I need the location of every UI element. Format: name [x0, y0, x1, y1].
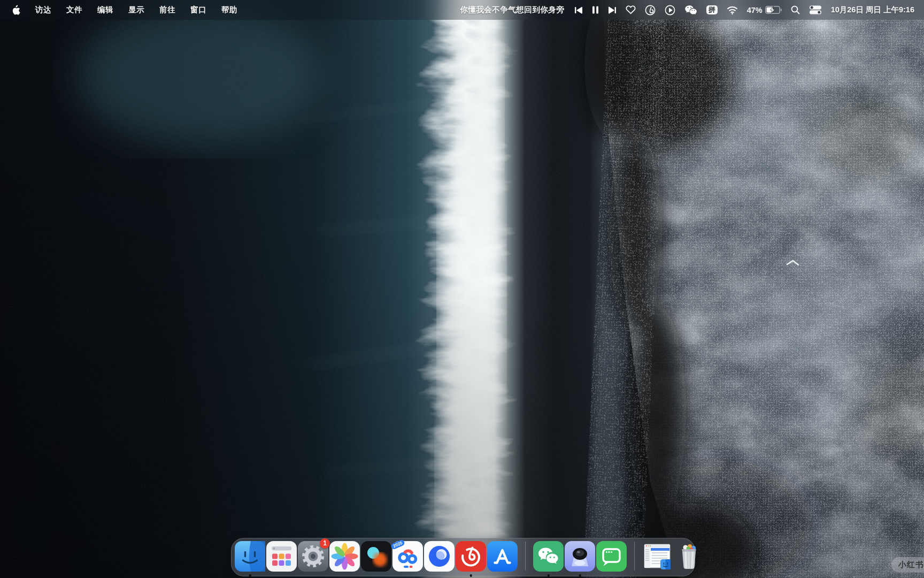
photo-editor-icon: [361, 541, 391, 572]
dock-icon-photos[interactable]: [329, 541, 360, 572]
menu-app-name[interactable]: 访达: [35, 5, 51, 15]
menu-edit[interactable]: 编辑: [97, 5, 113, 15]
battery-status[interactable]: 47%: [747, 6, 782, 14]
dock-icon-photo-editor[interactable]: [361, 541, 391, 572]
watermark-text: 小红书: [898, 560, 924, 569]
input-method-indicator[interactable]: 拼: [706, 5, 718, 14]
minimized-finder-window-thumbnail: [642, 541, 673, 572]
running-indicator: [547, 574, 550, 577]
pause-icon[interactable]: [592, 4, 599, 16]
launchpad-icon: [266, 541, 297, 572]
running-indicator: [249, 574, 251, 577]
menu-bar-clock[interactable]: 10月26日 周日 上午9:16: [831, 5, 914, 15]
quark-browser-icon: [424, 541, 455, 572]
wifi-icon[interactable]: [727, 4, 738, 16]
smart-lens-device-icon: [565, 541, 595, 572]
now-playing-icon[interactable]: [665, 4, 675, 16]
dock-icon-quark-browser[interactable]: [424, 541, 455, 572]
menu-bar-left: 访达 文件 编辑 显示 前往 窗口 帮助: [0, 5, 237, 15]
finder-icon: [235, 541, 265, 572]
menu-bar: 访达 文件 编辑 显示 前往 窗口 帮助 你懂我会不争气想回到你身旁: [0, 0, 924, 20]
wechat-icon: [533, 541, 564, 572]
previous-track-icon[interactable]: [574, 4, 583, 16]
menu-go[interactable]: 前往: [159, 5, 175, 15]
menu-file[interactable]: 文件: [66, 5, 82, 15]
trash-full-icon: [674, 541, 704, 572]
dock: 1: [231, 538, 695, 576]
menu-view[interactable]: 显示: [128, 5, 144, 15]
dock-minimized-finder-window[interactable]: [642, 541, 673, 572]
battery-percent: 47%: [747, 6, 763, 14]
menu-window[interactable]: 窗口: [190, 5, 206, 15]
menu-help[interactable]: 帮助: [221, 5, 237, 15]
dock-icon-launchpad[interactable]: [266, 541, 297, 572]
menu-bar-status: 你懂我会不争气想回到你身旁 拼: [460, 4, 924, 16]
netease-music-icon[interactable]: [645, 4, 656, 16]
dock-icon-green-messages[interactable]: [596, 541, 627, 572]
apple-menu[interactable]: [12, 5, 20, 15]
dock-divider: [634, 542, 635, 571]
notification-badge: 1: [320, 538, 330, 549]
dock-icon-finder[interactable]: [235, 541, 265, 572]
search-icon[interactable]: [791, 4, 800, 16]
running-indicator: [469, 574, 472, 577]
wechat-status-icon[interactable]: [684, 4, 697, 16]
dock-icon-wechat[interactable]: [533, 541, 564, 572]
running-indicator: [579, 574, 581, 577]
dock-icon-baidu-netdisk[interactable]: 2025: [392, 541, 423, 572]
wallpaper-image: [0, 0, 924, 578]
app-store-icon: [487, 541, 518, 572]
dock-icon-system-settings[interactable]: 1: [298, 541, 328, 572]
photos-icon: [329, 541, 360, 572]
control-center-icon[interactable]: [809, 4, 822, 16]
battery-charging-icon: [765, 6, 782, 14]
green-messages-icon: [596, 541, 627, 572]
dock-divider: [525, 542, 526, 571]
finder-badge: [660, 559, 671, 569]
dock-icon-netease-cloud-music[interactable]: [456, 541, 486, 572]
now-playing-title[interactable]: 你懂我会不争气想回到你身旁: [460, 5, 564, 15]
dock-icon-trash[interactable]: [674, 541, 704, 572]
apple-logo-icon: [12, 5, 20, 15]
netease-cloud-music-icon: [456, 541, 486, 572]
dock-icon-smart-lens-device[interactable]: [565, 541, 595, 572]
desktop: 访达 文件 编辑 显示 前往 窗口 帮助 你懂我会不争气想回到你身旁: [0, 0, 924, 578]
dock-icon-app-store[interactable]: [487, 541, 518, 572]
heart-icon[interactable]: [626, 4, 636, 16]
watermark: 小红书: [891, 557, 924, 573]
next-track-icon[interactable]: [608, 4, 617, 16]
